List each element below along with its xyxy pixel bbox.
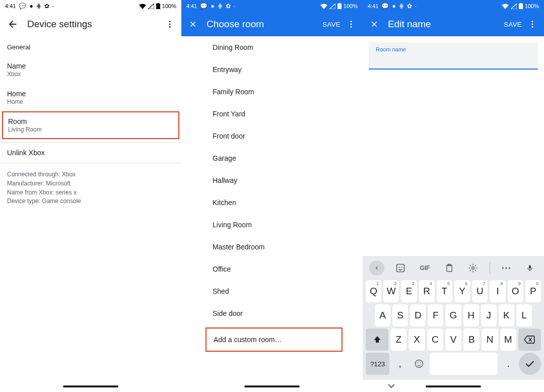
back-icon[interactable]	[7, 19, 18, 30]
add-custom-room[interactable]: Add a custom room…	[207, 329, 342, 351]
key-s[interactable]: S	[392, 304, 408, 326]
nav-bar	[0, 381, 181, 392]
space-key[interactable]	[430, 353, 498, 375]
period-key[interactable]: .	[500, 353, 517, 375]
status-time: 4:41	[186, 3, 197, 9]
room-option[interactable]: Living Room	[181, 214, 363, 236]
key-d[interactable]: D	[410, 304, 426, 326]
svg-point-21	[502, 267, 504, 269]
key-p[interactable]: P0	[525, 280, 541, 302]
svg-rect-15	[397, 265, 404, 272]
svg-rect-24	[529, 265, 531, 269]
key-m[interactable]: M	[500, 329, 516, 351]
save-button[interactable]: SAVE	[322, 21, 341, 28]
notif-icon: ✿	[226, 3, 231, 9]
save-button[interactable]: SAVE	[504, 21, 522, 28]
key-b[interactable]: B	[463, 329, 480, 351]
room-option[interactable]: Garage	[181, 147, 363, 169]
key-q[interactable]: Q1	[366, 280, 381, 302]
key-a[interactable]: A	[375, 304, 390, 326]
item-unlink[interactable]: Unlink Xbox	[0, 143, 181, 163]
room-name-input[interactable]	[376, 53, 531, 62]
comma-key[interactable]: ,	[391, 353, 409, 375]
key-n[interactable]: N	[482, 329, 498, 351]
overflow-icon[interactable]	[528, 20, 537, 29]
room-option[interactable]: Family Room	[181, 81, 363, 103]
room-option[interactable]: Entryway	[181, 58, 363, 81]
room-option[interactable]: Shed	[181, 280, 363, 302]
room-option[interactable]: Dining Room	[181, 36, 363, 58]
svg-rect-6	[338, 3, 340, 4]
key-l[interactable]: L	[516, 304, 532, 326]
item-home[interactable]: Home Home	[0, 84, 181, 111]
close-icon[interactable]	[370, 20, 379, 29]
notif-icon: ●	[211, 3, 214, 9]
key-v[interactable]: V	[445, 329, 461, 351]
mic-icon[interactable]	[522, 260, 537, 276]
key-t[interactable]: T5	[437, 280, 452, 302]
notif-icon: ●	[392, 3, 395, 9]
done-key[interactable]	[519, 353, 541, 375]
emoji-key[interactable]	[411, 353, 428, 375]
backspace-key[interactable]	[518, 329, 541, 351]
notif-icon: 💬	[381, 3, 389, 9]
overflow-icon[interactable]	[347, 20, 356, 29]
key-j[interactable]: J	[481, 304, 497, 326]
settings-icon[interactable]	[465, 260, 481, 276]
chevron-down-icon[interactable]	[388, 384, 395, 389]
notif-icon: ✿	[44, 3, 49, 9]
key-c[interactable]: C	[427, 329, 443, 351]
item-name[interactable]: Name Xbox	[0, 56, 181, 84]
room-option[interactable]: Office	[181, 258, 363, 280]
key-y[interactable]: Y6	[454, 280, 470, 302]
notif-icon: ⋕	[399, 3, 404, 9]
status-bar: 4:41 💬 ● ⋕ ✿ · 100%	[0, 0, 181, 12]
item-value: Living Room	[8, 126, 173, 133]
room-option[interactable]: Kitchen	[181, 191, 363, 214]
shift-key[interactable]	[366, 329, 388, 351]
kb-row-1: Q1 W2 E3 R4 T5 Y6 U7 I8 O9 P0	[366, 280, 541, 302]
key-u[interactable]: U7	[472, 280, 488, 302]
status-bar: 4:41 💬 ● ⋕ ✿ · 100%	[181, 0, 363, 12]
battery-icon	[337, 3, 342, 9]
key-r[interactable]: R4	[419, 280, 435, 302]
key-h[interactable]: H	[463, 304, 479, 326]
room-option[interactable]: Front door	[181, 125, 363, 147]
item-room[interactable]: Room Living Room	[3, 112, 178, 138]
sticker-icon[interactable]	[393, 260, 408, 276]
kb-collapse-icon[interactable]	[369, 260, 384, 276]
overflow-icon[interactable]	[165, 20, 174, 29]
gif-button[interactable]: GIF	[417, 260, 433, 276]
notif-icon: ·	[234, 3, 235, 9]
more-icon[interactable]	[499, 260, 514, 276]
key-w[interactable]: W2	[383, 280, 399, 302]
room-option[interactable]: Master Bedroom	[181, 236, 363, 258]
battery-icon	[519, 3, 523, 9]
svg-point-16	[398, 267, 399, 268]
svg-rect-10	[519, 4, 523, 9]
clipboard-icon[interactable]	[442, 260, 457, 276]
room-name-input-wrap[interactable]: Room name	[369, 42, 538, 70]
key-g[interactable]: G	[445, 304, 461, 326]
key-k[interactable]: K	[499, 304, 514, 326]
key-e[interactable]: E3	[401, 280, 417, 302]
key-f[interactable]: F	[428, 304, 443, 326]
key-z[interactable]: Z	[390, 329, 406, 351]
room-option[interactable]: Side door	[181, 302, 363, 324]
nav-bar	[181, 381, 363, 392]
keyboard: GIF Q1 W2 E3 R4 T5 Y6 U7 I8 O9 P0 A S D …	[363, 256, 544, 380]
key-o[interactable]: O9	[508, 280, 523, 302]
key-x[interactable]: X	[409, 329, 425, 351]
close-icon[interactable]	[188, 20, 197, 29]
item-value: Home	[7, 98, 174, 105]
battery-pct: 100%	[525, 3, 539, 9]
key-i[interactable]: I8	[490, 280, 505, 302]
page-title: Device settings	[27, 19, 92, 30]
notif-icon: ⋕	[218, 3, 223, 9]
signal-icon	[148, 4, 154, 9]
room-option[interactable]: Hallway	[181, 169, 363, 191]
wifi-icon	[502, 4, 509, 9]
symbols-key[interactable]: ?123	[366, 353, 389, 375]
room-option[interactable]: Front Yard	[181, 103, 363, 125]
item-label: Home	[7, 90, 174, 98]
